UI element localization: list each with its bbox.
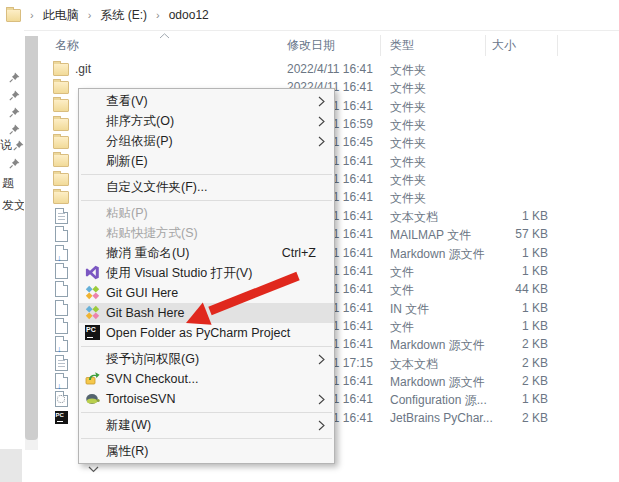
size-cell: 2 KB [480,374,548,388]
menu-item-label: 刷新(E) [106,153,148,170]
pin-icon [9,124,20,135]
submenu-arrow-icon [318,96,325,110]
pin-icon [9,90,20,101]
menu-item-label: 撤消 重命名(U) [106,245,189,262]
menu-item-label: SVN Checkout... [106,372,198,386]
menu-item[interactable]: 查看(V) [79,91,334,111]
menu-item[interactable]: 新建(W) [79,415,334,435]
column-header-size[interactable]: 大小 [492,32,516,58]
visual-studio-icon [85,265,100,280]
breadcrumb-separator: › [156,9,160,21]
nav-scrollbar-thumb[interactable] [25,36,38,440]
menu-item[interactable]: 粘贴快捷方式(S) [79,223,334,243]
quick-access-item[interactable] [2,122,20,136]
quick-access-item[interactable] [2,88,20,102]
folder-icon [53,118,69,131]
menu-item[interactable]: 刷新(E) [79,151,334,171]
breadcrumb-items: ›此电脑›系统 (E:)›odoo12 [21,7,209,24]
breadcrumb-separator: › [30,9,34,21]
size-cell: 2 KB [480,337,548,351]
pycharm-icon: PC [85,325,100,340]
column-divider[interactable] [485,35,486,56]
quick-access-item[interactable]: 说 [0,138,24,152]
name-cell: .git [75,62,91,76]
column-header-date-modified[interactable]: 修改日期 [287,32,335,58]
file-icon-cell [53,245,69,261]
menu-item[interactable]: PCOpen Folder as PyCharm Project [79,323,334,343]
text-doc-icon [55,355,68,371]
type-cell: 文件夹 [390,154,426,171]
quick-access-item[interactable] [2,156,20,170]
quick-access-label: 发文 [2,197,24,214]
markdown-file-icon [55,245,68,261]
file-icon-cell [53,134,69,150]
file-icon [55,281,68,297]
breadcrumb-separator: › [88,9,92,21]
column-header-name[interactable]: 名称 [55,32,79,58]
breadcrumb-item[interactable]: 系统 (E:) [100,8,147,22]
file-icon-cell [53,61,69,77]
menu-item[interactable]: Git GUI Here [79,283,334,303]
quick-access-item[interactable]: 题 [2,176,14,190]
svn-icon [85,371,100,386]
file-icon [55,226,68,242]
size-cell: 57 KB [480,227,548,241]
breadcrumb-item[interactable]: odoo12 [169,8,209,22]
menu-item[interactable]: Git Bash Here [79,303,334,323]
quick-access-item[interactable] [2,70,20,84]
menu-item-label: Git GUI Here [106,286,178,300]
menu-item[interactable]: 分组依据(P) [79,131,334,151]
file-icon-cell [53,189,69,205]
submenu-arrow-icon [318,116,325,130]
folder-icon [53,81,69,94]
size-cell: 1 KB [480,319,548,333]
size-cell: 2 KB [480,411,548,425]
type-cell: IN 文件 [390,301,429,318]
type-cell: 文件 [390,264,414,281]
menu-item-icon-slot [85,391,100,406]
submenu-icon [318,354,325,365]
menu-item[interactable]: 撤消 重命名(U)Ctrl+Z [79,243,334,263]
file-icon-cell [53,318,69,334]
type-cell: 文件夹 [390,172,426,189]
file-icon-cell [53,281,69,297]
menu-item[interactable]: SVN Checkout... [79,369,334,389]
quick-access-label: 题 [2,175,14,192]
menu-item-icon-slot: PC [85,325,100,340]
submenu-icon [318,420,325,431]
menu-item[interactable]: 授予访问权限(G) [79,349,334,369]
menu-item-shortcut: Ctrl+Z [282,246,324,260]
submenu-icon [318,394,325,405]
pin-icon [9,72,20,83]
type-cell: Markdown 源文件 [390,337,485,354]
menu-item-label: 自定义文件夹(F)... [106,179,207,196]
pin-icon [9,158,20,169]
menu-item-icon-slot [85,371,100,386]
type-cell: JetBrains PyChar... [390,411,493,425]
type-cell: MAILMAP 文件 [390,227,471,244]
quick-access-item[interactable]: 发文 [2,198,24,212]
column-header-type[interactable]: 类型 [390,32,414,58]
menu-item[interactable]: 粘贴(P) [79,203,334,223]
size-cell: 2 KB [480,356,548,370]
menu-item[interactable]: 排序方式(O) [79,111,334,131]
menu-item[interactable]: 使用 Visual Studio 打开(V) [79,263,334,283]
type-cell: 文件 [390,282,414,299]
breadcrumb-item[interactable]: 此电脑 [43,8,79,22]
menu-item[interactable]: 自定义文件夹(F)... [79,177,334,197]
column-divider[interactable] [380,35,381,56]
file-icon-cell [53,355,69,371]
menu-item-label: TortoiseSVN [106,392,175,406]
menu-item[interactable]: 属性(R) [79,441,334,461]
type-cell: 文件夹 [390,80,426,97]
submenu-arrow-icon [318,394,325,408]
file-icon-cell [53,79,69,95]
quick-access-item[interactable] [2,105,20,119]
nav-scrollbar[interactable] [25,36,38,450]
menu-item[interactable]: TortoiseSVN [79,389,334,409]
nav-bottom-block [0,449,22,482]
column-divider[interactable] [557,35,558,56]
markdown-file-icon [55,336,68,352]
table-row[interactable]: .git2022/4/11 16:41文件夹 [40,60,619,78]
config-file-icon [55,391,68,407]
